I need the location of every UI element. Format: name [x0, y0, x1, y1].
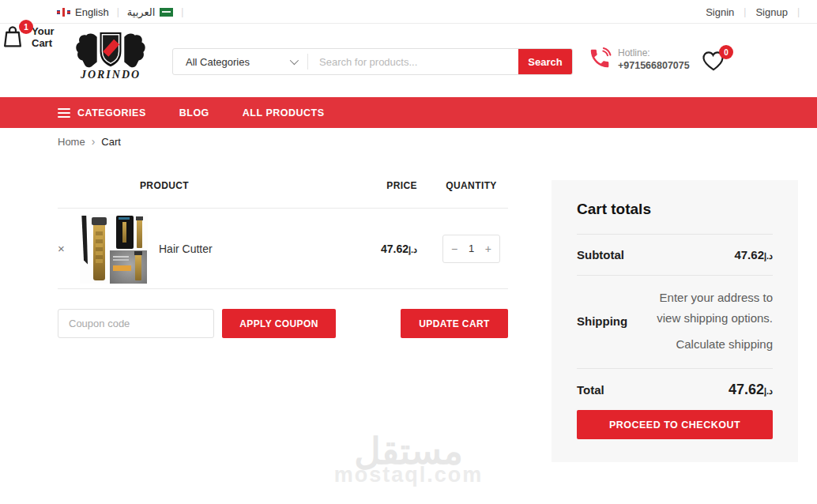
nav-categories-label: CATEGORIES	[77, 107, 146, 118]
header-product: PRODUCT	[58, 180, 362, 191]
cart-page: English | العربية | Signin | Signup |	[0, 0, 817, 504]
cart-totals-title: Cart totals	[577, 201, 773, 218]
breadcrumb-home[interactable]: Home	[58, 136, 85, 148]
currency-symbol: د.إ	[764, 251, 773, 261]
cart-table-header: PRODUCT PRICE QUANTITY	[58, 174, 508, 197]
product-image-part	[137, 220, 142, 248]
divider: |	[117, 6, 119, 17]
language-arabic[interactable]: العربية	[127, 6, 174, 18]
breadcrumb-separator: ›	[92, 135, 96, 148]
divider: |	[181, 6, 183, 17]
main-nav: CATEGORIES BLOG ALL PRODUCTS	[0, 97, 817, 128]
hotline: Hotline: +971566807075	[588, 47, 690, 72]
cart-label-line1: Your	[32, 25, 55, 37]
category-select-value: All Categories	[186, 56, 250, 68]
shipping-info: Enter your address to view shipping opti…	[638, 288, 773, 355]
shipping-note-line1: Enter your address to	[660, 291, 773, 304]
total-label: Total	[577, 383, 604, 397]
saudi-flag-icon	[160, 8, 173, 17]
breadcrumb: Home › Cart	[58, 135, 121, 148]
cart-label: Your Cart	[32, 25, 55, 49]
remove-item-button[interactable]: ×	[58, 242, 75, 255]
nav-categories[interactable]: CATEGORIES	[58, 107, 146, 118]
language-english[interactable]: English	[57, 6, 109, 18]
search-bar: All Categories Search	[172, 48, 573, 75]
signup-link[interactable]: Signup	[755, 6, 787, 18]
proceed-to-checkout-button[interactable]: PROCEED TO CHECKOUT	[577, 410, 773, 439]
subtotal-value: 47.62د.إ	[734, 248, 773, 261]
product-cell: × Hair Cutter	[58, 214, 362, 284]
watermark: مستقل mostaql.com	[334, 433, 484, 487]
shipping-label: Shipping	[577, 314, 627, 328]
quantity-cell: − 1 +	[417, 235, 508, 263]
subtotal-label: Subtotal	[577, 248, 624, 261]
shipping-row: Shipping Enter your address to view ship…	[577, 276, 773, 368]
product-image-part	[81, 216, 88, 265]
header-quantity: QUANTITY	[417, 180, 508, 191]
price-cell: 47.62د.إ	[362, 243, 417, 255]
currency-symbol: د.إ	[408, 245, 417, 254]
uk-flag-icon	[57, 8, 70, 17]
breadcrumb-current: Cart	[101, 136, 121, 148]
chevron-down-icon	[290, 56, 299, 65]
cart-totals-panel: Cart totals Subtotal 47.62د.إ Shipping E…	[552, 180, 798, 462]
total-value: 47.62د.إ	[729, 382, 773, 398]
top-bar: English | العربية | Signin | Signup |	[0, 0, 817, 24]
signin-link[interactable]: Signin	[706, 6, 734, 18]
currency-symbol: د.إ	[764, 386, 773, 396]
cart-label-line2: Cart	[32, 37, 55, 49]
coupon-row: APPLY COUPON UPDATE CART	[58, 309, 508, 338]
hotline-text: Hotline: +971566807075	[618, 47, 690, 72]
product-image[interactable]	[80, 214, 148, 284]
language-arabic-label: العربية	[127, 6, 156, 18]
header-price: PRICE	[362, 180, 417, 191]
cart-item-row: × Hair Cutter 47.62د.إ − 1	[58, 209, 508, 288]
product-image-part	[116, 216, 134, 249]
search-input[interactable]	[308, 49, 518, 74]
brand-name: JORINDO	[73, 69, 149, 81]
calculate-shipping-link[interactable]: Calculate shipping	[638, 334, 773, 355]
main-header: JORINDO All Categories Search Hotline: +…	[0, 24, 817, 97]
cart-count-badge: 1	[19, 20, 33, 34]
watermark-domain: mostaql.com	[334, 463, 484, 487]
hotline-label: Hotline:	[618, 47, 690, 59]
nav-blog[interactable]: BLOG	[179, 107, 209, 118]
cart-table: PRODUCT PRICE QUANTITY × Hair Cutter	[58, 174, 508, 338]
subtotal-row: Subtotal 47.62د.إ	[577, 235, 773, 275]
wishlist-button[interactable]: 0	[702, 50, 725, 72]
quantity-decrease-button[interactable]: −	[451, 243, 457, 254]
price-value: 47.62	[381, 243, 408, 255]
language-english-label: English	[75, 6, 109, 18]
category-select[interactable]: All Categories	[173, 49, 307, 74]
divider: |	[744, 6, 746, 17]
nav-blog-label: BLOG	[179, 107, 209, 118]
total-row: Total 47.62د.إ	[577, 369, 773, 410]
quantity-stepper: − 1 +	[442, 235, 500, 263]
product-image-part	[110, 250, 147, 284]
hotline-number: +971566807075	[618, 59, 690, 72]
shipping-note-line2: view shipping options.	[657, 311, 773, 325]
apply-coupon-button[interactable]: APPLY COUPON	[222, 309, 336, 338]
search-button[interactable]: Search	[518, 49, 572, 74]
product-image-part	[93, 224, 105, 280]
divider: |	[797, 6, 800, 17]
coupon-code-input[interactable]	[58, 309, 214, 338]
quantity-increase-button[interactable]: +	[485, 243, 491, 254]
phone-icon	[588, 47, 612, 70]
jorindo-crest-icon	[73, 31, 149, 70]
nav-all-products-label: ALL PRODUCTS	[243, 107, 325, 118]
nav-all-products[interactable]: ALL PRODUCTS	[243, 107, 325, 118]
brand-logo[interactable]: JORINDO	[73, 31, 149, 81]
update-cart-button[interactable]: UPDATE CART	[401, 309, 508, 338]
watermark-arabic: مستقل	[334, 433, 484, 469]
wishlist-count-badge: 0	[719, 45, 733, 59]
language-switcher: English | العربية |	[57, 0, 183, 24]
product-name-link[interactable]: Hair Cutter	[159, 243, 213, 255]
quantity-value: 1	[469, 243, 474, 254]
auth-links: Signin | Signup |	[706, 0, 800, 24]
hamburger-icon	[58, 108, 70, 118]
divider	[58, 288, 508, 289]
